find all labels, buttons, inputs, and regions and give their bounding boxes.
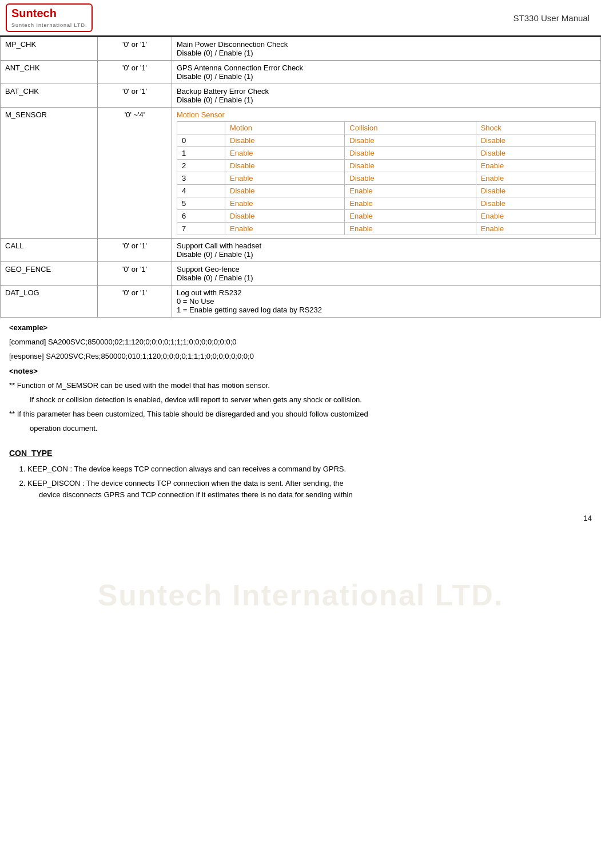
motion-col-collision: Collision [345,122,476,134]
example-label: <example> [9,322,592,334]
motion-data-row: 2DisableDisableEnable [177,160,596,172]
motion-data-row: 3EnableDisableEnable [177,172,596,185]
note-2b: operation document. [30,423,592,435]
con-type-item-2: KEEP_DISCON : The device connects TCP co… [27,478,592,502]
param-name-dat-log: DAT_LOG [1,286,98,318]
logo-box: Suntech Suntech International LTD. [6,3,93,32]
motion-header-row: Motion Collision Shock [177,122,596,134]
param-value-bat-chk: '0' or '1' [98,84,172,108]
table-row-ant-chk: ANT_CHK '0' or '1' GPS Antenna Connectio… [1,61,601,84]
param-name-bat-chk: BAT_CHK [1,84,98,108]
table-row-dat-log: DAT_LOG '0' or '1' Log out with RS232 0 … [1,286,601,318]
param-desc-bat-chk: Backup Battery Error Check Disable (0) /… [172,84,601,108]
note-1: ** Function of M_SEMSOR can be used with… [9,380,592,392]
note-2: ** If this parameter has been customized… [9,409,592,421]
motion-data-row: 4DisableEnableDisable [177,185,596,197]
table-row-m-sensor: M_SENSOR '0' ~'4' Motion Sensor Motion C… [1,108,601,239]
param-name-mp-chk: MP_CHK [1,37,98,61]
param-desc-dat-log: Log out with RS232 0 = No Use 1 = Enable… [172,286,601,318]
logo-name: Suntech [11,7,87,20]
param-value-m-sensor: '0' ~'4' [98,108,172,239]
notes-label: <notes> [9,366,592,378]
motion-data-row: 7EnableEnableEnable [177,223,596,235]
param-desc-mp-chk: Main Power Disconnection Check Disable (… [172,37,601,61]
logo-subtitle: Suntech International LTD. [11,22,87,28]
param-desc-m-sensor: Motion Sensor Motion Collision Shock 0Di… [172,108,601,239]
param-desc-ant-chk: GPS Antenna Connection Error Check Disab… [172,61,601,84]
param-name-call: CALL [1,239,98,262]
parameter-table: MP_CHK '0' or '1' Main Power Disconnecti… [0,37,601,318]
table-row-mp-chk: MP_CHK '0' or '1' Main Power Disconnecti… [1,37,601,61]
param-desc-geo-fence: Support Geo-fence Disable (0) / Enable (… [172,262,601,286]
param-value-ant-chk: '0' or '1' [98,61,172,84]
motion-data-row: 5EnableEnableDisable [177,197,596,210]
param-name-m-sensor: M_SENSOR [1,108,98,239]
param-name-ant-chk: ANT_CHK [1,61,98,84]
param-desc-call: Support Call with headset Disable (0) / … [172,239,601,262]
motion-col-motion: Motion [225,122,345,134]
param-value-mp-chk: '0' or '1' [98,37,172,61]
table-row-geo-fence: GEO_FENCE '0' or '1' Support Geo-fence D… [1,262,601,286]
logo-area: Suntech Suntech International LTD. [6,3,97,32]
note-1b: If shock or collision detection is enabl… [30,394,592,406]
page-number: 14 [0,509,601,527]
motion-col-shock: Shock [476,122,595,134]
example-command: [command] SA200SVC;850000;02;1;120;0;0;0… [9,336,592,348]
motion-data-row: 6DisableEnableEnable [177,210,596,223]
page-title: ST330 User Manual [97,13,595,23]
motion-col-index [177,122,225,134]
motion-data-row: 0DisableDisableDisable [177,134,596,147]
motion-inner-table: Motion Collision Shock 0DisableDisableDi… [177,121,596,235]
con-type-title: CON_TYPE [9,447,592,459]
motion-data-row: 1EnableDisableDisable [177,147,596,160]
con-type-item-1: KEEP_CON : The device keeps TCP connecti… [27,463,592,475]
table-row-call: CALL '0' or '1' Support Call with headse… [1,239,601,262]
param-value-dat-log: '0' or '1' [98,286,172,318]
con-type-section: CON_TYPE KEEP_CON : The device keeps TCP… [0,441,601,509]
con-type-list: KEEP_CON : The device keeps TCP connecti… [27,463,592,501]
param-name-geo-fence: GEO_FENCE [1,262,98,286]
param-value-call: '0' or '1' [98,239,172,262]
example-response: [response] SA200SVC;Res;850000;010;1;120… [9,351,592,363]
notes-section: <example> [command] SA200SVC;850000;02;1… [0,318,601,441]
table-row-bat-chk: BAT_CHK '0' or '1' Backup Battery Error … [1,84,601,108]
page-header: Suntech Suntech International LTD. ST330… [0,0,601,37]
motion-sensor-title: Motion Sensor [177,110,225,119]
param-value-geo-fence: '0' or '1' [98,262,172,286]
watermark: Suntech International LTD. [98,578,504,612]
